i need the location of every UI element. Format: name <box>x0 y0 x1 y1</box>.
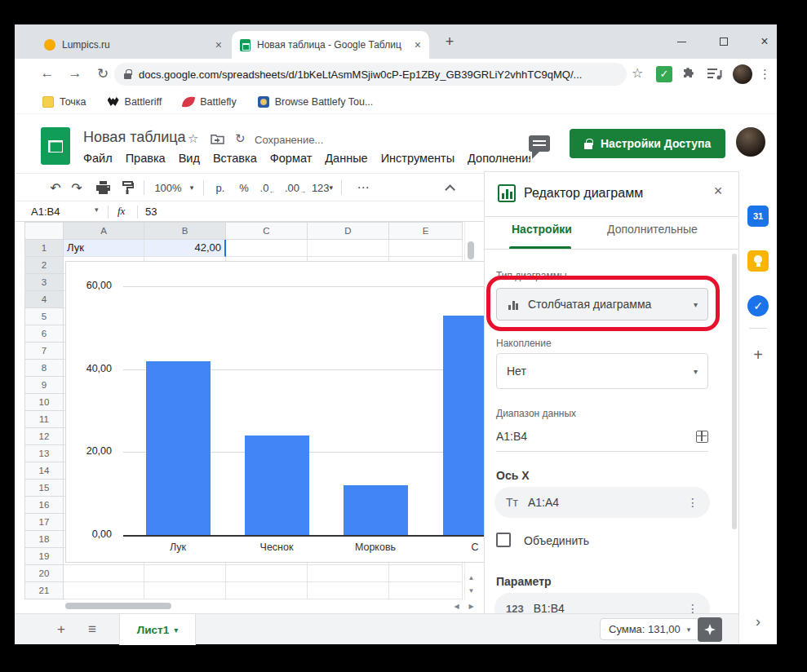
scroll-left-icon[interactable]: ◀ <box>450 603 463 610</box>
row-header-17[interactable]: 17 <box>24 514 64 531</box>
row-header-6[interactable]: 6 <box>24 325 64 343</box>
bar-Чеснок[interactable] <box>245 435 309 535</box>
browser-tab-sheets[interactable]: Новая таблица - Google Таблиц × <box>232 31 429 59</box>
row-header-15[interactable]: 15 <box>24 480 64 497</box>
undo-icon[interactable]: ↶ <box>46 174 65 201</box>
cell-E21[interactable] <box>389 582 463 599</box>
sheet-tab[interactable]: Лист1 ▾ <box>119 614 196 645</box>
column-header-E[interactable]: E <box>389 222 463 240</box>
cell-A1[interactable]: Лук <box>64 240 144 257</box>
x-axis-chip[interactable]: Тт A1:A4 ⋮ <box>494 487 710 518</box>
aggregate-checkbox[interactable] <box>496 533 511 547</box>
cell-E1[interactable] <box>389 240 463 257</box>
bookmark-item[interactable]: Battlefly <box>183 96 236 108</box>
row-header-10[interactable]: 10 <box>24 394 64 411</box>
bookmark-item[interactable]: Browse Battlefy Tou... <box>258 96 374 108</box>
extension-check-icon[interactable]: ✓ <box>656 66 672 82</box>
bookmark-item[interactable]: Точка <box>42 96 86 108</box>
menu-item[interactable]: Инструменты <box>381 152 454 165</box>
menu-item[interactable]: Дополнения <box>468 152 530 165</box>
print-icon[interactable] <box>91 174 114 201</box>
row-header-14[interactable]: 14 <box>24 462 64 480</box>
bar-Морковь[interactable] <box>344 485 408 535</box>
name-box-caret-icon[interactable]: ▾ <box>95 206 99 214</box>
column-header-D[interactable]: D <box>308 222 389 240</box>
cell-A21[interactable] <box>64 582 144 599</box>
increase-decimals-button[interactable]: .00→ <box>282 174 308 201</box>
window-maximize-button[interactable] <box>710 28 738 55</box>
comments-icon[interactable] <box>529 135 550 152</box>
sum-dropdown[interactable]: Сумма: 131,00 ▾ <box>600 618 699 640</box>
window-minimize-button[interactable] <box>667 28 695 55</box>
column-header-B[interactable]: B <box>144 222 226 240</box>
paint-format-icon[interactable] <box>116 174 139 201</box>
sheets-logo-icon[interactable] <box>41 127 70 165</box>
cell-B20[interactable] <box>144 565 226 582</box>
panel-close-icon[interactable]: × <box>708 183 728 200</box>
percent-format-button[interactable]: % <box>233 174 255 201</box>
bookmark-star-icon[interactable]: ☆ <box>632 65 643 81</box>
browser-tab-lumpics[interactable]: Lumpics.ru × <box>36 33 230 56</box>
row-header-9[interactable]: 9 <box>24 377 64 394</box>
bar-С[interactable] <box>443 316 487 535</box>
extensions-puzzle-icon[interactable] <box>682 67 697 82</box>
keep-icon[interactable] <box>747 250 769 272</box>
column-header-A[interactable]: A <box>64 222 144 240</box>
row-header-13[interactable]: 13 <box>24 445 64 462</box>
panel-scrollbar-thumb[interactable] <box>732 254 737 529</box>
move-folder-icon[interactable] <box>211 134 225 145</box>
kebab-icon[interactable]: ⋮ <box>687 602 698 613</box>
bookmark-item[interactable]: Battleriff <box>108 96 162 108</box>
account-avatar[interactable] <box>736 127 765 157</box>
row-header-7[interactable]: 7 <box>24 343 64 360</box>
row-header-18[interactable]: 18 <box>24 531 64 548</box>
zoom-caret-icon[interactable]: ▾ <box>186 174 197 201</box>
row-header-16[interactable]: 16 <box>24 497 64 514</box>
new-tab-button[interactable]: + <box>439 32 460 53</box>
menu-item[interactable]: Правка <box>126 152 166 165</box>
bar-Лук[interactable] <box>146 361 211 536</box>
add-addon-icon[interactable]: + <box>747 346 769 365</box>
scroll-right-icon[interactable]: ▶ <box>465 603 477 610</box>
tab-settings[interactable]: Настройки <box>512 223 572 236</box>
menu-item[interactable]: Вставка <box>213 152 257 165</box>
embedded-chart[interactable]: 0,0020,0040,0060,00ЛукЧеснокМорковьС <box>65 261 486 563</box>
cell-D1[interactable] <box>308 240 389 257</box>
tab-close-icon[interactable]: × <box>415 39 421 51</box>
add-sheet-icon[interactable]: + <box>57 614 65 645</box>
tab-customize[interactable]: Дополнительные <box>607 223 698 236</box>
row-header-2[interactable]: 2 <box>24 257 64 274</box>
select-range-grid-icon[interactable] <box>696 431 708 443</box>
currency-format-button[interactable]: р. <box>209 174 232 201</box>
row-header-21[interactable]: 21 <box>24 582 64 599</box>
url-omnibox[interactable]: docs.google.com/spreadsheets/d/1bKeLtAsm… <box>114 63 627 86</box>
window-close-button[interactable]: × <box>751 28 778 55</box>
vertical-scrollbar-thumb[interactable] <box>468 241 474 259</box>
tasks-icon[interactable]: ✓ <box>747 295 769 316</box>
cell-C20[interactable] <box>226 565 308 582</box>
scroll-down-icon[interactable]: ▼ <box>465 587 477 595</box>
kebab-icon[interactable]: ⋮ <box>687 496 698 509</box>
row-header-8[interactable]: 8 <box>24 360 64 377</box>
name-box[interactable]: A1:B4 <box>31 206 60 218</box>
horizontal-scrollbar[interactable]: ◀ ▶ <box>24 600 484 612</box>
document-title[interactable]: Новая таблица <box>83 129 186 146</box>
column-header-C[interactable]: C <box>226 222 308 240</box>
favorite-star-icon[interactable]: ☆ <box>188 131 198 146</box>
tab-close-icon[interactable]: × <box>215 39 222 51</box>
decrease-decimals-button[interactable]: .0← <box>256 174 279 201</box>
menu-item[interactable]: Формат <box>270 152 313 165</box>
menu-item[interactable]: Данные <box>325 152 367 165</box>
cell-E20[interactable] <box>389 565 463 582</box>
all-sheets-icon[interactable]: ≡ <box>88 614 96 645</box>
cell-C21[interactable] <box>226 582 308 599</box>
data-range-row[interactable]: A1:B4 <box>496 430 708 443</box>
browser-menu-kebab-icon[interactable]: ⋮ <box>759 64 770 84</box>
more-tools-ellipsis-icon[interactable]: ⋯ <box>351 174 375 201</box>
row-header-20[interactable]: 20 <box>24 565 64 582</box>
cell-C1[interactable] <box>226 240 308 257</box>
row-header-3[interactable]: 3 <box>24 274 64 291</box>
row-header-1[interactable]: 1 <box>24 240 64 257</box>
row-header-4[interactable]: 4 <box>24 291 64 308</box>
forward-icon[interactable]: → <box>65 65 85 82</box>
